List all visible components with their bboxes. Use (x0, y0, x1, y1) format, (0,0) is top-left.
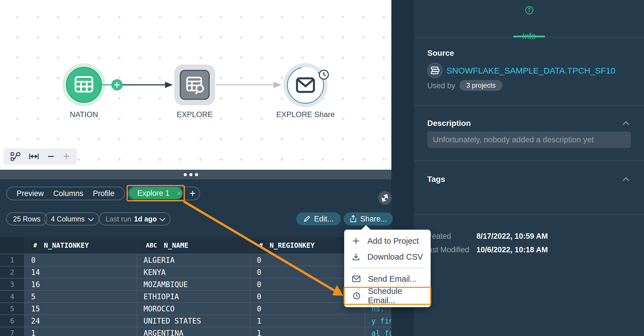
column-header-n-name[interactable]: ABC N_NAME (137, 237, 251, 254)
node-explore-share[interactable] (283, 63, 328, 107)
tab-columns[interactable]: Columns (53, 189, 83, 198)
table-cell: UNITED STATES (137, 315, 251, 327)
numeric-type-icon: # (257, 241, 265, 250)
drag-handle-icon[interactable] (184, 173, 198, 176)
table-row[interactable]: 214KENYA0 (0, 266, 391, 279)
table-body: 10ALGERIA0214KENYA0316MOZAMBIQUE045ETHIO… (0, 254, 391, 336)
zoom-out-icon[interactable] (47, 153, 55, 160)
clock-icon (319, 70, 328, 79)
node-label-explore-share: EXPLORE Share (276, 110, 335, 119)
row-number: 6 (0, 315, 25, 327)
table-cell: 14 (25, 266, 137, 279)
row-number: 2 (0, 266, 25, 279)
table-row[interactable]: 71ARGENTINA1al fo (0, 327, 391, 336)
description-input[interactable]: Unfortunately, nobody added a descriptio… (427, 132, 631, 148)
source-heading: Source (427, 49, 454, 58)
node-nation[interactable] (62, 63, 105, 106)
table-cell: ALGERIA (137, 254, 251, 266)
node-label-explore: EXPLORE (177, 110, 213, 119)
table-cell: 16 (25, 279, 137, 291)
menu-item-send-email[interactable]: Send Email... (344, 271, 431, 287)
table-cell: ARGENTINA (137, 327, 251, 336)
header-gutter (0, 237, 25, 254)
menu-item-add-to-project[interactable]: Add to Project (344, 233, 431, 249)
table-cell: MOZAMBIQUE (137, 279, 251, 291)
last-run-chip[interactable]: Last run 1d ago (99, 212, 171, 225)
menu-divider (350, 268, 425, 268)
tab-info[interactable]: Info (414, 0, 644, 41)
expand-panel-button[interactable] (378, 191, 392, 205)
schedule-email-highlight: Schedule Email... (344, 287, 431, 305)
app-window: NATION EXPLORE EXPLORE Share (0, 0, 644, 336)
description-heading: Description (427, 119, 471, 128)
projects-count-badge[interactable]: 3 projects (459, 80, 502, 91)
add-node-button[interactable] (111, 79, 123, 91)
share-icon (350, 215, 357, 223)
row-number: 5 (0, 303, 25, 315)
fit-width-icon[interactable] (29, 152, 39, 161)
menu-item-schedule-email[interactable]: Schedule Email... (345, 288, 430, 304)
view-tab-group: Preview Columns Profile (6, 187, 125, 200)
row-number: 3 (0, 279, 25, 291)
add-tab-button[interactable]: + (190, 188, 196, 199)
active-tab-underline (513, 36, 545, 37)
column-count-chip[interactable]: 4 Columns (44, 212, 99, 225)
row-number: 7 (0, 327, 25, 336)
table-cell: 5 (25, 291, 137, 303)
column-header-n-nationkey[interactable]: # N_NATIONKEY (25, 237, 137, 254)
table-row[interactable]: 316MOZAMBIQUE0 (0, 279, 391, 291)
explore-tab-highlight: Explore 1 × (127, 185, 185, 201)
canvas-toolbar (3, 148, 77, 165)
table-row[interactable]: 515MOROCCO0ns. (0, 303, 391, 315)
table-cell: 15 (25, 303, 137, 315)
table-cell: 24 (25, 315, 137, 327)
row-number: 4 (0, 291, 25, 303)
share-menu: Add to Project Download CSV Send Email..… (344, 230, 431, 307)
table-row[interactable]: 624UNITED STATES1y fin (0, 315, 391, 327)
table-cell: 1 (251, 327, 365, 336)
auto-layout-icon[interactable] (10, 152, 21, 161)
envelope-icon (352, 275, 361, 282)
close-tab-icon[interactable]: × (177, 189, 181, 198)
used-by-label: Used by (427, 81, 455, 90)
tags-heading: Tags (427, 175, 445, 184)
table-cell: KENYA (137, 266, 251, 279)
row-count-chip: 25 Rows (6, 212, 47, 225)
info-panel: Info Source SNOWFLAKE_SAMPLE_DATA.TPCH_S… (414, 0, 644, 336)
source-link[interactable]: SNOWFLAKE_SAMPLE_DATA.TPCH_SF10 (446, 66, 615, 76)
node-explore[interactable] (174, 64, 215, 105)
table-cell: al fo (365, 327, 391, 336)
menu-item-download-csv[interactable]: Download CSV (344, 249, 431, 265)
modified-value: 10/6/2022, 10:18 AM (476, 245, 548, 254)
download-icon (352, 253, 360, 261)
panel-divider[interactable] (0, 170, 391, 179)
table-row[interactable]: 45ETHIOPIA0 (0, 291, 391, 303)
table-cell: MOROCCO (137, 303, 251, 315)
flow-diagram (0, 0, 391, 170)
chevron-down-icon (88, 215, 94, 221)
pencil-icon (303, 215, 311, 223)
created-value: 8/17/2022, 10:59 AM (476, 232, 548, 241)
table-cell: 1 (25, 327, 137, 336)
zoom-in-icon[interactable] (63, 153, 70, 160)
node-label-nation: NATION (70, 110, 98, 119)
preview-table: # N_NATIONKEY ABC N_NAME # N_REGIONKEY 1… (0, 237, 391, 336)
table-row[interactable]: 10ALGERIA0 (0, 254, 391, 266)
plus-icon (352, 237, 360, 245)
table-cell: 0 (25, 254, 137, 266)
collapse-tags-icon[interactable] (623, 177, 629, 184)
numeric-type-icon: # (31, 241, 39, 250)
table-header: # N_NATIONKEY ABC N_NAME # N_REGIONKEY (0, 237, 391, 254)
flow-canvas[interactable]: NATION EXPLORE EXPLORE Share (0, 0, 391, 170)
row-number: 1 (0, 254, 25, 266)
tab-preview[interactable]: Preview (17, 189, 44, 198)
table-cell: ETHIOPIA (137, 291, 251, 303)
tab-profile[interactable]: Profile (93, 189, 115, 198)
edit-button[interactable]: Edit... (296, 212, 341, 225)
tab-explore-1[interactable]: Explore 1 × (129, 187, 183, 199)
info-icon (525, 6, 534, 15)
share-button[interactable]: Share... (344, 212, 393, 225)
collapse-description-icon[interactable] (623, 121, 629, 128)
table-cell: y fin (365, 315, 391, 327)
modified-label: Last Modified (424, 245, 469, 254)
